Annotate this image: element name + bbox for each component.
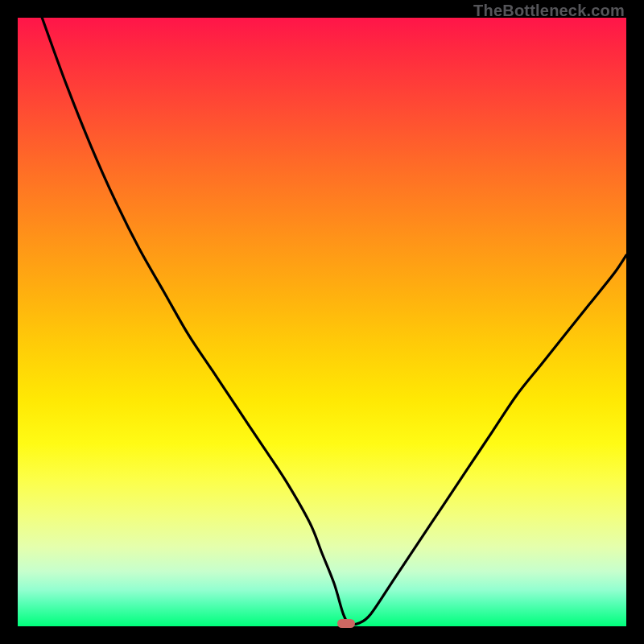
plot-area <box>18 18 626 626</box>
attribution-text: TheBottleneck.com <box>473 2 625 20</box>
bottleneck-curve <box>18 18 626 626</box>
chart-container: TheBottleneck.com <box>0 0 644 644</box>
optimal-marker <box>337 619 355 628</box>
